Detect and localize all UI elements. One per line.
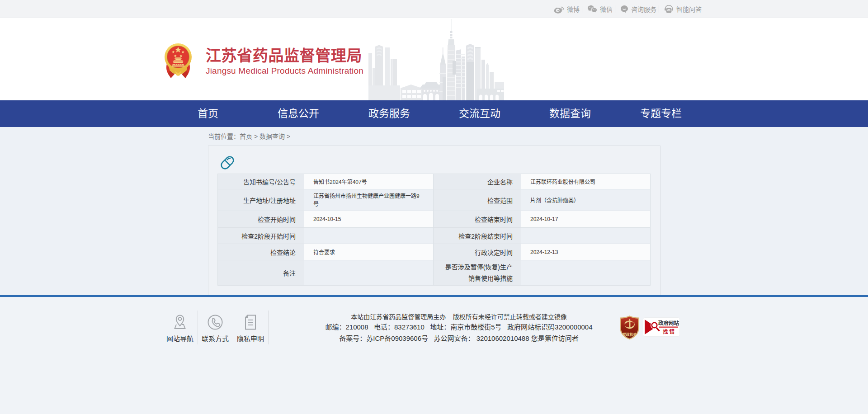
- svg-text:政府网站: 政府网站: [658, 320, 679, 326]
- svg-text:找 错: 找 错: [663, 329, 675, 334]
- svg-text:党政机关: 党政机关: [623, 332, 637, 337]
